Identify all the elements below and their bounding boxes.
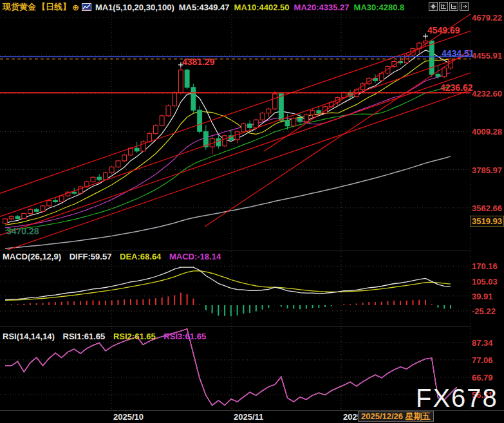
move-tool-icon[interactable] bbox=[429, 2, 438, 11]
scale-time-axis-icon[interactable] bbox=[449, 2, 458, 11]
macd-axis-label: 105.03 bbox=[472, 277, 498, 287]
start-low-label: 3470.28 bbox=[6, 226, 39, 236]
chart-header: 现货黄金 【日线】 ⊕ MA1(5,10,20,30,100) MA5:4349… bbox=[3, 1, 409, 13]
rsi-header: RSI(14,14,14) RSI1:61.65 RSI2:61.65 RSI3… bbox=[3, 332, 212, 341]
last-price-label: 4434.51 bbox=[442, 48, 474, 59]
symbol-title: 现货黄金 bbox=[3, 1, 36, 13]
time-axis-label: 2025/11 bbox=[234, 412, 263, 422]
price-axis-label: 4455.91 bbox=[472, 51, 502, 61]
price-axis-label: 4232.60 bbox=[472, 89, 502, 99]
ma5-value: MA5:4349.47 bbox=[179, 3, 230, 12]
rsi2-value: RSI2:61.65 bbox=[113, 332, 156, 341]
rsi3-value: RSI3:61.65 bbox=[163, 332, 206, 341]
ma-settings-label: MA1(5,10,20,30,100) bbox=[95, 3, 174, 12]
macd-value: MACD:-18.14 bbox=[169, 252, 221, 261]
ma10-value: MA10:4402.50 bbox=[234, 3, 290, 12]
chart-canvas[interactable] bbox=[0, 0, 504, 423]
price-axis-label: 4009.28 bbox=[472, 127, 502, 136]
pan-right-icon[interactable] bbox=[460, 2, 469, 11]
axis-price-box: 3519.93 bbox=[470, 216, 504, 227]
rsi-axis-label: 66.79 bbox=[472, 373, 493, 382]
scale-price-axis-icon[interactable] bbox=[439, 2, 448, 11]
dec-high-label: 4549.69 bbox=[427, 25, 460, 35]
rsi-settings-label: RSI(14,14,14) bbox=[3, 332, 55, 341]
price-axis-label: 3562.66 bbox=[472, 203, 502, 213]
circle-plus-icon[interactable]: ⊕ bbox=[72, 3, 79, 12]
ma20-value: MA20:4335.27 bbox=[294, 3, 350, 12]
macd-axis-label: -25.22 bbox=[472, 306, 496, 316]
ma30-value: MA30:4280.8 bbox=[354, 3, 405, 12]
fx678-watermark: FX678 bbox=[416, 384, 498, 413]
period-label: 【日线】 bbox=[37, 1, 71, 13]
macd-header: MACD(26,12,9) DIFF:59.57 DEA:68.64 MACD:… bbox=[3, 252, 227, 261]
price-axis-label: 3785.97 bbox=[472, 165, 502, 175]
price-axis-label: 4679.22 bbox=[472, 13, 502, 23]
macd-settings-label: MACD(26,12,9) bbox=[3, 252, 61, 261]
macd-axis-label: 170.16 bbox=[472, 261, 498, 271]
rsi1-value: RSI1:61.65 bbox=[63, 332, 106, 341]
hline-price-label: 4236.62 bbox=[440, 82, 473, 93]
rsi-axis-label: 77.06 bbox=[472, 355, 493, 365]
dea-value: DEA:68.64 bbox=[120, 252, 161, 261]
chart-toolbar bbox=[429, 2, 469, 11]
diff-value: DIFF:59.57 bbox=[70, 252, 112, 261]
oct-peak-label: 4381.29 bbox=[182, 57, 215, 67]
line-chart-icon[interactable] bbox=[82, 3, 91, 11]
rsi-axis-label: 87.34 bbox=[472, 338, 493, 348]
time-axis-label: 2025/10 bbox=[113, 412, 144, 422]
chart-window: 现货黄金 【日线】 ⊕ MA1(5,10,20,30,100) MA5:4349… bbox=[0, 0, 504, 423]
macd-axis-label: 39.91 bbox=[472, 292, 493, 301]
